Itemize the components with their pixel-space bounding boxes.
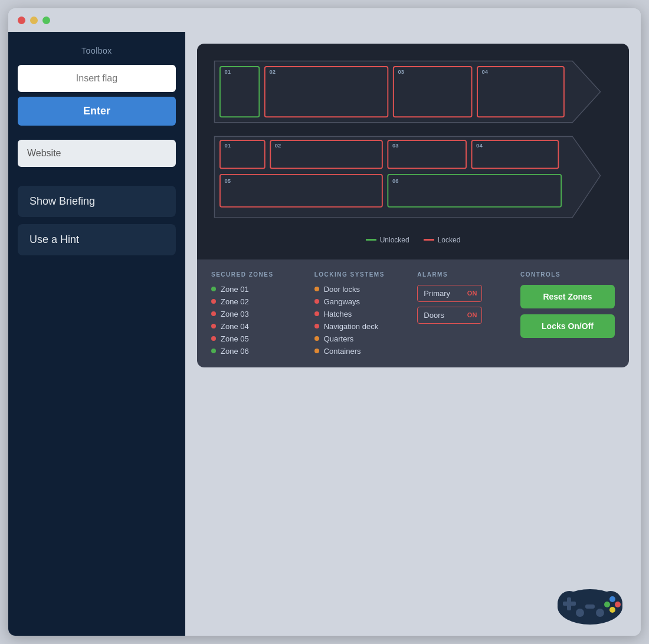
insert-flag-input[interactable] bbox=[18, 65, 176, 92]
status-dot bbox=[314, 287, 319, 291]
gamepad-container bbox=[555, 574, 625, 630]
list-item: Gangways bbox=[314, 297, 394, 306]
alarms-title: ALARMS bbox=[417, 271, 497, 278]
list-item: Containers bbox=[314, 347, 394, 356]
status-dot bbox=[211, 324, 216, 328]
secured-zones-list: Zone 01 Zone 02 Zone 03 Zone 04 bbox=[211, 285, 291, 356]
svg-text:03: 03 bbox=[392, 142, 399, 149]
svg-text:04: 04 bbox=[482, 68, 489, 75]
svg-text:06: 06 bbox=[392, 178, 399, 184]
titlebar bbox=[8, 8, 641, 32]
toolbox-label: Toolbox bbox=[81, 46, 112, 55]
ship-panel: 01 02 03 04 01 bbox=[197, 44, 629, 259]
locking-systems-title: LOCKING SYSTEMS bbox=[314, 271, 394, 278]
svg-rect-31 bbox=[585, 604, 595, 609]
status-panel: SECURED ZONES Zone 01 Zone 02 Zone 03 bbox=[197, 259, 629, 367]
alarms-section: ALARMS Primary ON Doors ON bbox=[417, 271, 497, 356]
list-item: Zone 02 bbox=[211, 297, 291, 306]
svg-point-33 bbox=[596, 609, 604, 617]
locked-line bbox=[424, 239, 434, 241]
svg-text:05: 05 bbox=[225, 178, 231, 184]
status-dot bbox=[314, 336, 319, 341]
content-area: 01 02 03 04 01 bbox=[185, 32, 641, 636]
status-dot bbox=[211, 349, 216, 353]
svg-text:02: 02 bbox=[269, 68, 276, 75]
status-dot bbox=[211, 287, 216, 291]
status-dot bbox=[314, 299, 319, 304]
primary-alarm-status: ON bbox=[463, 286, 482, 300]
controls-section: CONTROLS Reset Zones Locks On/Off bbox=[520, 271, 615, 356]
svg-point-32 bbox=[576, 609, 584, 617]
list-item: Zone 06 bbox=[211, 347, 291, 356]
svg-rect-26 bbox=[567, 597, 571, 610]
status-dot bbox=[211, 311, 216, 316]
status-dot bbox=[211, 336, 216, 341]
list-item: Zone 05 bbox=[211, 334, 291, 343]
close-dot bbox=[18, 17, 25, 24]
doors-alarm-badge: Doors ON bbox=[417, 307, 482, 324]
svg-text:01: 01 bbox=[225, 142, 231, 149]
list-item: Navigation deck bbox=[314, 322, 394, 331]
svg-point-30 bbox=[609, 607, 615, 613]
list-item: Zone 03 bbox=[211, 310, 291, 318]
use-hint-button[interactable]: Use a Hint bbox=[18, 224, 176, 255]
main-layout: Toolbox Enter Website Show Briefing Use … bbox=[8, 32, 641, 636]
unlocked-line bbox=[366, 239, 376, 241]
status-dot bbox=[314, 311, 319, 316]
status-dot bbox=[314, 324, 319, 328]
doors-alarm-status: ON bbox=[463, 308, 482, 322]
primary-alarm-badge: Primary ON bbox=[417, 285, 482, 302]
svg-text:04: 04 bbox=[476, 142, 483, 149]
svg-text:01: 01 bbox=[225, 68, 231, 75]
svg-text:02: 02 bbox=[275, 142, 281, 149]
legend: Unlocked Locked bbox=[209, 229, 617, 248]
svg-marker-9 bbox=[214, 136, 600, 217]
list-item: Door locks bbox=[314, 285, 394, 294]
svg-point-27 bbox=[609, 596, 615, 602]
controls-title: CONTROLS bbox=[520, 271, 615, 278]
primary-alarm-label: Primary bbox=[418, 285, 463, 301]
alarm-list: Primary ON Doors ON bbox=[417, 285, 497, 324]
unlocked-label: Unlocked bbox=[380, 236, 409, 244]
status-dot bbox=[314, 349, 319, 353]
enter-button[interactable]: Enter bbox=[18, 97, 176, 126]
list-item: Quarters bbox=[314, 334, 394, 343]
list-item: Zone 04 bbox=[211, 322, 291, 331]
maximize-dot bbox=[42, 17, 50, 24]
sidebar: Toolbox Enter Website Show Briefing Use … bbox=[8, 32, 185, 636]
locked-legend: Locked bbox=[424, 236, 461, 244]
locks-button[interactable]: Locks On/Off bbox=[520, 314, 615, 338]
ship-diagram: 01 02 03 04 01 bbox=[209, 55, 617, 229]
unlocked-legend: Unlocked bbox=[366, 236, 409, 244]
app-window: Toolbox Enter Website Show Briefing Use … bbox=[8, 8, 641, 636]
list-item: Hatches bbox=[314, 310, 394, 318]
svg-point-29 bbox=[604, 602, 610, 607]
website-button[interactable]: Website bbox=[18, 140, 176, 167]
locking-systems-list: Door locks Gangways Hatches Navigat bbox=[314, 285, 394, 356]
status-dot bbox=[211, 299, 216, 304]
secured-zones-title: SECURED ZONES bbox=[211, 271, 291, 278]
list-item: Zone 01 bbox=[211, 285, 291, 294]
gamepad-icon bbox=[555, 574, 625, 627]
minimize-dot bbox=[30, 17, 38, 24]
doors-alarm-label: Doors bbox=[418, 307, 463, 323]
locking-systems-section: LOCKING SYSTEMS Door locks Gangways H bbox=[314, 271, 394, 356]
controls-list: Reset Zones Locks On/Off bbox=[520, 285, 615, 338]
show-briefing-button[interactable]: Show Briefing bbox=[18, 186, 176, 217]
locked-label: Locked bbox=[438, 236, 461, 244]
svg-text:03: 03 bbox=[398, 68, 404, 75]
reset-zones-button[interactable]: Reset Zones bbox=[520, 285, 615, 308]
secured-zones-section: SECURED ZONES Zone 01 Zone 02 Zone 03 bbox=[211, 271, 291, 356]
svg-point-28 bbox=[615, 602, 621, 607]
